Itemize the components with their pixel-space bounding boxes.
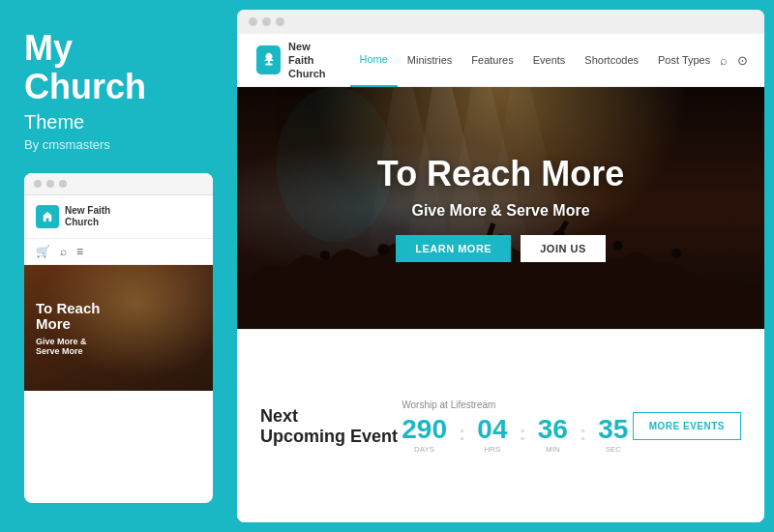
countdown-days-value: 290 (402, 416, 447, 443)
main-navigation: New Faith Church Home Ministries Feature… (237, 34, 764, 87)
countdown-secs-unit: SEC (606, 445, 621, 454)
mini-logo-icon (36, 205, 59, 228)
mini-cart-icon: 🛒 (36, 245, 50, 258)
nav-link-events[interactable]: Events (523, 34, 576, 87)
countdown-mins-value: 36 (538, 416, 568, 443)
main-browser: New Faith Church Home Ministries Feature… (237, 10, 764, 522)
mini-menu-icon: ≡ (76, 245, 83, 258)
nav-icons: ⌕ ⊙ (720, 53, 748, 68)
mini-hero-section: To Reach More Give More & Serve More (24, 265, 213, 391)
nav-links: Home Ministries Features Events Shortcod… (350, 34, 721, 87)
countdown-numbers: 290 DAYS : 04 HRS : 36 MIN : 35 (402, 416, 628, 454)
bottom-section: Next Upcoming Event Worship at Lifestrea… (237, 329, 764, 522)
countdown-sep-3: : (580, 421, 586, 446)
nav-logo-text: New Faith Church (288, 40, 330, 81)
countdown-mins: 36 MIN (538, 416, 568, 454)
countdown-sep-2: : (519, 421, 525, 446)
nav-link-features[interactable]: Features (461, 34, 522, 87)
browser-top-bar (237, 10, 764, 34)
mini-browser-bar (24, 173, 213, 195)
countdown-hours-unit: HRS (484, 445, 500, 454)
join-us-button[interactable]: JOIN US (521, 235, 606, 262)
nav-logo-icon (256, 45, 281, 74)
hero-section: To Reach More Give More & Serve More LEA… (237, 87, 764, 329)
browser-dot-3 (276, 17, 284, 26)
nav-cart-icon[interactable]: ⊙ (737, 53, 748, 68)
mini-icons-row: 🛒 ⌕ ≡ (24, 239, 213, 265)
theme-subtitle: Theme (24, 111, 213, 133)
countdown-area: Worship at Lifestream 290 DAYS : 04 HRS … (402, 399, 628, 454)
nav-search-icon[interactable]: ⌕ (720, 53, 728, 68)
countdown-hours: 04 HRS (477, 416, 507, 454)
next-event-line2: Upcoming Event (260, 427, 398, 447)
hero-main-title: To Reach More (377, 154, 624, 194)
mini-nav-header: New Faith Church (24, 195, 213, 239)
countdown-days: 290 DAYS (402, 416, 447, 454)
nav-link-posttypes[interactable]: Post Types (648, 34, 720, 87)
countdown-mins-unit: MIN (546, 445, 560, 454)
countdown-secs-value: 35 (598, 416, 628, 443)
mini-dot-3 (59, 180, 67, 188)
hero-buttons: LEARN MORE JOIN US (396, 235, 605, 262)
more-events-button[interactable]: MORE EVENTS (633, 412, 741, 440)
mini-logo: New Faith Church (36, 205, 110, 228)
next-event-line1: Next (260, 406, 398, 427)
svg-rect-1 (265, 64, 272, 66)
mini-hero-title: To Reach More (36, 301, 100, 333)
learn-more-button[interactable]: LEARN MORE (396, 235, 511, 262)
mini-dot-2 (46, 180, 54, 188)
browser-content: New Faith Church Home Ministries Feature… (237, 34, 764, 522)
countdown-title: Worship at Lifestream (402, 399, 495, 410)
nav-link-home[interactable]: Home (350, 34, 398, 87)
countdown-days-unit: DAYS (414, 445, 434, 454)
countdown-sep-1: : (459, 421, 465, 446)
nav-logo-area: New Faith Church (256, 40, 331, 81)
mini-browser-mockup: New Faith Church 🛒 ⌕ ≡ To Reach More Giv… (24, 173, 213, 503)
mini-dot-1 (34, 180, 42, 188)
browser-dot-1 (249, 17, 257, 26)
left-panel: My Church Theme By cmsmasters New Faith … (0, 0, 237, 532)
nav-link-shortcodes[interactable]: Shortcodes (575, 34, 648, 87)
countdown-hours-value: 04 (477, 416, 507, 443)
mini-hero-sub: Give More & Serve More (36, 337, 87, 356)
hero-subtitle: Give More & Serve More (411, 202, 589, 220)
countdown-secs: 35 SEC (598, 416, 628, 454)
theme-title: My Church (24, 29, 213, 105)
next-event-info: Next Upcoming Event (260, 406, 398, 447)
nav-link-ministries[interactable]: Ministries (398, 34, 461, 87)
theme-author: By cmsmasters (24, 137, 213, 152)
mini-search-icon: ⌕ (60, 245, 67, 258)
browser-dot-2 (262, 17, 271, 26)
mini-logo-text: New Faith Church (65, 205, 110, 228)
hero-content: To Reach More Give More & Serve More LEA… (237, 87, 764, 329)
